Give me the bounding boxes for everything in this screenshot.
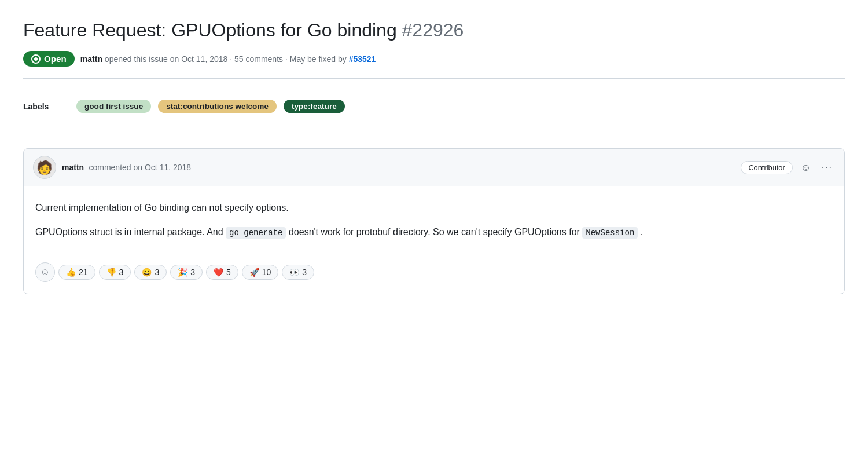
comment-author[interactable]: mattn [62, 163, 84, 172]
label-contributions-welcome[interactable]: stat:contributions welcome [158, 100, 277, 113]
eyes-emoji: 👀 [289, 268, 299, 277]
add-reaction-button-inline[interactable]: ☺ [35, 262, 55, 282]
contributor-badge: Contributor [741, 161, 792, 174]
issue-title-text: Feature Request: GPUOptions for Go bindi… [23, 20, 397, 41]
divider-1 [23, 78, 845, 79]
avatar: 🧑 [33, 156, 56, 179]
open-status-badge: Open [23, 51, 75, 67]
comment-header-right: Contributor ☺ ··· [741, 159, 835, 176]
thumbsdown-emoji: 👎 [106, 268, 116, 277]
comment-header-left: 🧑 mattn commented on Oct 11, 2018 [33, 156, 191, 179]
smiley-icon: ☺ [801, 162, 811, 174]
heart-count: 5 [226, 268, 231, 277]
more-options-button[interactable]: ··· [819, 160, 835, 175]
reaction-thumbsdown[interactable]: 👎 3 [99, 265, 131, 280]
label-good-first-issue[interactable]: good first issue [76, 100, 151, 113]
divider-2 [23, 134, 845, 134]
label-type-feature[interactable]: type:feature [284, 100, 345, 113]
reaction-rocket[interactable]: 🚀 10 [242, 265, 279, 280]
eyes-count: 3 [302, 268, 307, 277]
labels-title: Labels [23, 102, 69, 111]
status-label: Open [44, 54, 67, 64]
thumbsup-count: 21 [79, 268, 88, 277]
laugh-count: 3 [155, 268, 159, 277]
reactions-row: ☺ 👍 21 👎 3 😄 3 🎉 3 ❤️ 5 🚀 10 👀 3 [24, 253, 844, 294]
comment-body: Current implementation of Go binding can… [24, 186, 844, 253]
issue-title: Feature Request: GPUOptions for Go bindi… [23, 19, 845, 42]
issue-author[interactable]: mattn [80, 54, 102, 64]
comment-line-2: GPUOptions struct is in internal package… [35, 225, 833, 240]
fix-pr-link[interactable]: #53521 [349, 54, 376, 64]
issue-number: #22926 [402, 20, 464, 41]
code-newsession: NewSession [582, 227, 638, 239]
dots-icon: ··· [822, 162, 833, 173]
comment-box: 🧑 mattn commented on Oct 11, 2018 Contri… [23, 148, 845, 294]
labels-row: Labels good first issue stat:contributio… [23, 88, 845, 125]
heart-emoji: ❤️ [214, 268, 223, 277]
reaction-heart[interactable]: ❤️ 5 [206, 265, 238, 280]
rocket-count: 10 [262, 268, 271, 277]
reaction-party[interactable]: 🎉 3 [170, 265, 203, 280]
smiley-add-icon: ☺ [41, 267, 50, 277]
thumbsdown-count: 3 [119, 268, 124, 277]
issue-meta-row: Open mattn opened this issue on Oct 11, … [23, 51, 845, 67]
open-circle-icon [31, 54, 41, 64]
reaction-laugh[interactable]: 😄 3 [134, 265, 167, 280]
laugh-emoji: 😄 [142, 268, 152, 277]
party-emoji: 🎉 [178, 268, 187, 277]
comment-line-1: Current implementation of Go binding can… [35, 200, 833, 215]
code-go-generate: go generate [226, 227, 286, 239]
thumbsup-emoji: 👍 [66, 268, 76, 277]
reaction-eyes[interactable]: 👀 3 [282, 265, 314, 280]
issue-meta-text: mattn opened this issue on Oct 11, 2018 … [80, 54, 376, 64]
comment-date: commented on Oct 11, 2018 [87, 163, 192, 172]
add-reaction-button[interactable]: ☺ [799, 159, 814, 176]
rocket-emoji: 🚀 [249, 268, 259, 277]
party-count: 3 [190, 268, 195, 277]
reaction-thumbsup[interactable]: 👍 21 [58, 265, 95, 280]
comment-header: 🧑 mattn commented on Oct 11, 2018 Contri… [24, 149, 844, 186]
